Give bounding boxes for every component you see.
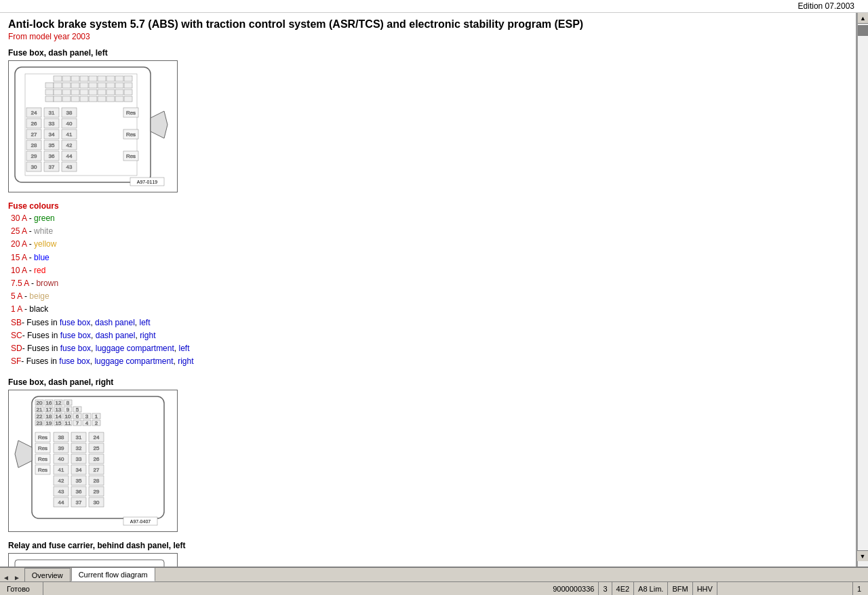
status-code4-text: HHV — [697, 585, 713, 593]
svg-text:13: 13 — [56, 407, 62, 413]
svg-text:9: 9 — [66, 407, 70, 413]
status-page-count-text: 1 — [857, 585, 861, 593]
svg-rect-34 — [71, 96, 79, 102]
svg-text:7: 7 — [76, 420, 79, 426]
svg-text:34: 34 — [49, 131, 55, 138]
svg-text:10: 10 — [65, 413, 71, 419]
svg-text:Res: Res — [38, 434, 47, 440]
svg-rect-38 — [106, 96, 115, 102]
svg-text:31: 31 — [76, 434, 82, 440]
fuse-diagram2-svg: 20 16 12 8 21 17 13 9 5 22 18 14 10 6 — [12, 393, 174, 529]
svg-rect-19 — [115, 83, 123, 88]
status-code1-text: 4E2 — [616, 585, 630, 593]
svg-text:17: 17 — [46, 407, 52, 413]
status-ready: Готово — [3, 582, 43, 595]
svg-rect-30 — [124, 89, 132, 95]
tab-current-flow-diagram[interactable]: Current flow diagram — [71, 567, 155, 581]
svg-text:39: 39 — [58, 445, 64, 451]
status-code2: A8 Lim. — [634, 582, 668, 595]
svg-rect-22 — [54, 89, 62, 95]
svg-text:42: 42 — [66, 142, 73, 148]
fuse-colour-item: 25 A - white — [8, 225, 848, 238]
svg-rect-13 — [62, 83, 71, 88]
status-code2-text: A8 Lim. — [638, 585, 663, 593]
fuse-ref-item: SC- Fuses in fuse box, dash panel, right — [8, 329, 848, 342]
svg-rect-29 — [115, 89, 123, 95]
svg-rect-6 — [89, 76, 97, 81]
svg-rect-5 — [80, 76, 88, 81]
svg-text:1: 1 — [95, 413, 98, 419]
svg-text:12: 12 — [56, 400, 62, 406]
svg-text:42: 42 — [58, 478, 64, 484]
svg-text:43: 43 — [66, 164, 73, 170]
section1-heading: Fuse box, dash panel, left — [8, 48, 848, 58]
svg-text:22: 22 — [37, 413, 43, 419]
svg-text:Res: Res — [38, 467, 47, 473]
content-area[interactable]: Anti-lock brake system 5.7 (ABS) with tr… — [0, 13, 857, 567]
fuse-colour-item: 5 A - beige — [8, 290, 848, 303]
svg-text:26: 26 — [31, 121, 37, 127]
svg-rect-20 — [124, 83, 132, 88]
top-bar: Edition 07.2003 — [0, 0, 868, 13]
svg-text:38: 38 — [58, 434, 64, 440]
svg-text:41: 41 — [66, 131, 73, 138]
model-year-subtitle: From model year 2003 — [8, 32, 848, 41]
svg-text:34: 34 — [76, 467, 82, 473]
scrollbar-area[interactable]: ▲ ▼ — [857, 13, 868, 567]
svg-text:31: 31 — [49, 110, 55, 116]
svg-rect-2 — [54, 76, 62, 81]
edition-label: Edition 07.2003 — [798, 1, 854, 11]
svg-rect-25 — [80, 89, 88, 95]
svg-rect-8 — [106, 76, 115, 81]
svg-text:26: 26 — [94, 456, 100, 462]
tab-overview[interactable]: Overview — [24, 568, 71, 581]
svg-rect-21 — [45, 89, 54, 95]
svg-text:21: 21 — [37, 407, 43, 413]
fuse-colour-item: 7.5 A - brown — [8, 277, 848, 290]
svg-text:30: 30 — [31, 164, 37, 170]
svg-text:37: 37 — [76, 499, 82, 506]
svg-text:8: 8 — [66, 400, 70, 406]
svg-rect-7 — [98, 76, 106, 81]
fuse-colours-section: Fuse colours 30 A - green25 A - white20 … — [8, 201, 848, 368]
svg-text:38: 38 — [66, 110, 73, 116]
svg-text:15: 15 — [56, 420, 62, 426]
status-page-num-text: 3 — [603, 585, 607, 593]
svg-text:28: 28 — [31, 142, 37, 148]
fuse-colours-title: Fuse colours — [8, 201, 848, 211]
svg-text:3: 3 — [85, 413, 89, 419]
svg-rect-28 — [106, 89, 115, 95]
svg-rect-12 — [54, 83, 62, 88]
tab-current-flow-diagram-label: Current flow diagram — [79, 571, 148, 579]
svg-rect-37 — [98, 96, 106, 102]
svg-text:44: 44 — [66, 153, 73, 159]
svg-rect-11 — [45, 83, 54, 88]
tab-bar: ◄ ► Overview Current flow diagram — [0, 567, 868, 581]
svg-text:36: 36 — [49, 153, 55, 159]
fuse-colour-item: 1 A - black — [8, 303, 848, 316]
svg-text:43: 43 — [58, 489, 64, 495]
svg-text:19: 19 — [46, 420, 52, 426]
svg-rect-24 — [71, 89, 79, 95]
fuse-refs-list: SB- Fuses in fuse box, dash panel, left … — [8, 316, 848, 369]
status-page-count: 1 — [853, 582, 865, 595]
svg-rect-26 — [89, 89, 97, 95]
svg-text:30: 30 — [94, 499, 100, 506]
svg-text:14: 14 — [56, 413, 62, 419]
svg-text:33: 33 — [49, 121, 55, 127]
svg-text:41: 41 — [58, 467, 64, 473]
svg-text:2: 2 — [95, 420, 98, 426]
svg-text:33: 33 — [76, 456, 82, 462]
status-spacer2 — [717, 582, 853, 595]
tab-overview-label: Overview — [32, 571, 63, 579]
fuse-diagram2-container: 20 16 12 8 21 17 13 9 5 22 18 14 10 6 — [8, 390, 178, 532]
svg-text:29: 29 — [94, 489, 100, 495]
svg-text:20: 20 — [37, 400, 43, 406]
svg-text:44: 44 — [58, 499, 64, 506]
tab-scroll-left[interactable]: ◄ — [3, 574, 9, 581]
status-doc-id: 9000000336 — [549, 582, 599, 595]
tab-scroll-right[interactable]: ► — [14, 574, 20, 581]
svg-text:27: 27 — [31, 131, 37, 138]
fuse-ref-item: SB- Fuses in fuse box, dash panel, left — [8, 316, 848, 329]
fuse-ref-item: SF- Fuses in fuse box, luggage compartme… — [8, 355, 848, 368]
